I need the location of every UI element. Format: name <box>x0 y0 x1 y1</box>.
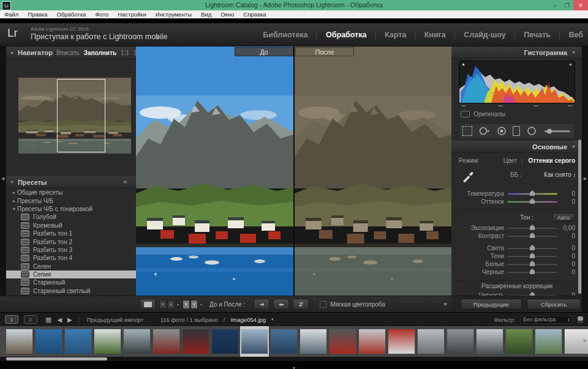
slider-track[interactable] <box>507 227 557 229</box>
histogram-header[interactable]: Гистограмма ▼ <box>451 47 582 59</box>
presets-collapse-icon[interactable]: ▼ <box>10 180 14 184</box>
filmstrip-thumb-boats-grey[interactable] <box>475 326 505 357</box>
menu-item-1[interactable]: Правка <box>28 11 47 18</box>
module-tab-5[interactable]: Печать <box>524 31 551 39</box>
source-label[interactable]: Предыдущий импорт <box>87 316 144 323</box>
back-arrow-icon[interactable]: ◀ <box>57 316 62 323</box>
filmstrip-thumb-dark-blue-water[interactable] <box>211 326 240 357</box>
slider-knob[interactable] <box>530 269 535 274</box>
slider-track[interactable] <box>507 247 557 249</box>
current-filename[interactable]: Image054.jpg <box>230 316 266 323</box>
filmstrip-thumb-red-roofs[interactable] <box>328 326 358 357</box>
preset-group-arrow-icon[interactable]: ► <box>11 190 17 195</box>
slider-knob[interactable] <box>530 198 535 204</box>
wb-eyedropper-icon[interactable] <box>461 169 475 184</box>
before-after-caret-icon[interactable]: ▾ <box>200 302 202 307</box>
preset-group-0[interactable]: ►Общие пресеты <box>6 188 136 196</box>
titlebar[interactable]: Lr Lightroom Catalog - Adobe Photoshop L… <box>0 0 588 10</box>
filmstrip-thumb-landscape[interactable] <box>534 326 564 357</box>
filmstrip-thumb-white-house[interactable] <box>5 326 34 357</box>
filmstrip-thumb-trees-sky[interactable] <box>93 326 123 357</box>
module-tab-4[interactable]: Слайд-шоу <box>464 31 506 39</box>
collapse-left-icon[interactable]: ◀ <box>1 176 4 181</box>
filter-switch-icon[interactable] <box>578 316 583 323</box>
nav-fit-button[interactable]: Вписать <box>56 50 80 56</box>
filmstrip-next-icon[interactable]: ▶ <box>584 338 587 343</box>
filmstrip-thumb-red-houses[interactable] <box>358 326 387 357</box>
module-tab-0[interactable]: Библиотека <box>263 31 307 39</box>
preset-item-0[interactable]: Голубой <box>6 213 136 221</box>
right-panel-scrollbar[interactable] <box>578 140 581 294</box>
minimize-button[interactable]: – <box>549 0 561 10</box>
filename-caret-icon[interactable]: ▾ <box>271 317 274 322</box>
navigator-header[interactable]: ▼ Навигатор Вписать Заполнить 1:1 3:1 ▴▾ <box>6 47 136 59</box>
forward-arrow-icon[interactable]: ▶ <box>67 316 72 323</box>
preset-item-7[interactable]: Сепия <box>6 270 136 278</box>
histogram-canvas[interactable]: ▲ ▲ <box>459 61 575 103</box>
module-tab-2[interactable]: Карта <box>385 31 406 39</box>
menu-item-0[interactable]: Файл <box>4 11 18 18</box>
reset-button[interactable]: Сбросить <box>527 299 581 310</box>
preset-group-2[interactable]: ▼Пресеты Ч/Б с тонировкой <box>6 205 136 213</box>
module-tab-3[interactable]: Книга <box>424 31 446 39</box>
presets-header[interactable]: ▼ Пресеты + <box>6 176 136 188</box>
add-preset-button[interactable]: + <box>123 177 127 187</box>
preset-item-3[interactable]: Разбить тон 2 <box>6 237 136 245</box>
filmstrip-thumb-rooftops[interactable] <box>446 326 475 357</box>
navigator-crop-rect[interactable] <box>57 79 105 152</box>
basic-collapse-icon[interactable]: ▼ <box>571 144 576 149</box>
preset-group-arrow-icon[interactable]: ► <box>11 199 17 203</box>
filmstrip-thumb-blue-water-rocks[interactable] <box>34 326 64 357</box>
reference-view-caret-icon[interactable]: ▾ <box>177 302 179 307</box>
before-after-view-button[interactable]: YY ▾ <box>183 300 202 309</box>
graduated-filter-icon[interactable] <box>513 126 520 136</box>
collapse-bottom-icon[interactable]: ▼ <box>292 366 296 369</box>
nav-1to1-button[interactable]: 1:1 <box>121 50 129 56</box>
close-button[interactable]: ✕ <box>573 0 588 10</box>
navigator-preview[interactable] <box>18 78 131 154</box>
preset-item-4[interactable]: Разбить тон 3 <box>6 246 136 254</box>
menu-item-2[interactable]: Обработка <box>56 11 86 18</box>
filmstrip-thumb-harbor-boats[interactable] <box>123 326 152 357</box>
crop-tool-icon[interactable] <box>462 126 472 136</box>
menu-item-7[interactable]: Окно <box>221 11 234 18</box>
slider-track[interactable] <box>507 255 557 257</box>
auto-button[interactable]: Авто <box>552 213 575 222</box>
slider-track[interactable] <box>507 193 557 195</box>
slider-knob[interactable] <box>530 190 535 196</box>
spot-removal-icon[interactable] <box>479 126 490 136</box>
basic-header[interactable]: Основные ▼ <box>451 141 582 153</box>
filmstrip-thumb-blue-water-rocks-2[interactable] <box>64 326 93 357</box>
preset-item-6[interactable]: Селен <box>6 263 136 270</box>
module-tab-1[interactable]: Обработка <box>326 31 366 39</box>
menu-item-4[interactable]: Настройки <box>118 11 146 18</box>
slider-track[interactable] <box>507 263 557 265</box>
softproof-checkbox[interactable] <box>320 301 326 308</box>
slider-track[interactable] <box>507 235 557 237</box>
filmstrip-thumb-red-boathouse[interactable] <box>152 326 181 357</box>
adjustment-brush-icon[interactable] <box>543 127 571 135</box>
grid-view-icon[interactable]: ▦ <box>45 316 51 324</box>
menu-item-3[interactable]: Фото <box>95 11 108 18</box>
monitor-2-button[interactable]: 2 <box>24 315 37 324</box>
slider-knob[interactable] <box>530 245 535 250</box>
shadow-clipping-icon[interactable]: ▲ <box>461 62 466 66</box>
slider-track[interactable] <box>507 201 557 203</box>
red-eye-icon[interactable] <box>497 126 507 136</box>
preset-group-arrow-icon[interactable]: ▼ <box>11 207 17 211</box>
nav-fill-button[interactable]: Заполнить <box>84 50 116 56</box>
preset-item-1[interactable]: Кремовый <box>6 222 136 229</box>
before-image[interactable] <box>136 47 293 296</box>
swap-before-after-button[interactable]: ⇵ <box>293 299 309 310</box>
filmstrip-scrollbar[interactable] <box>6 357 107 360</box>
menu-item-8[interactable]: Справка <box>243 11 266 18</box>
slider-knob[interactable] <box>530 261 535 266</box>
collapse-right-icon[interactable]: ▶ <box>584 176 587 181</box>
wb-stepper-icon[interactable]: ▴▾ <box>573 173 575 177</box>
filmstrip-thumb-red-white-village[interactable] <box>387 326 417 357</box>
filmstrip-thumb-mountain-selected[interactable] <box>240 326 270 357</box>
mode-bw-button[interactable]: Оттенки серого <box>528 157 575 164</box>
originals-row[interactable]: Оригиналы <box>461 111 505 117</box>
copy-before-to-after-button[interactable]: ➜ <box>254 299 270 310</box>
slider-knob[interactable] <box>530 225 535 230</box>
